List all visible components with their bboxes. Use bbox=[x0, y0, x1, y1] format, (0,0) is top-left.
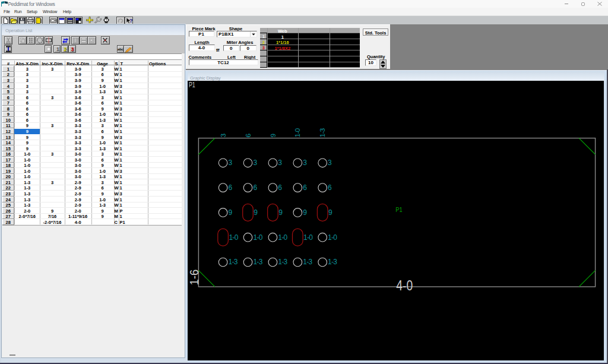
svg-text:1-0: 1-0 bbox=[278, 233, 287, 242]
svg-text:9: 9 bbox=[254, 208, 258, 217]
svg-text:4-0: 4-0 bbox=[396, 278, 413, 293]
svg-text:3: 3 bbox=[253, 159, 257, 167]
svg-text:9: 9 bbox=[328, 208, 332, 217]
svg-text:9: 9 bbox=[270, 134, 277, 137]
svg-text:2: 2 bbox=[64, 46, 66, 52]
svg-text:1-0: 1-0 bbox=[253, 233, 262, 242]
svg-text:6: 6 bbox=[245, 134, 252, 137]
svg-text:1-0: 1-0 bbox=[229, 233, 238, 242]
svg-text:1-3: 1-3 bbox=[278, 258, 287, 266]
svg-text:3: 3 bbox=[303, 159, 307, 167]
svg-text:6: 6 bbox=[253, 183, 257, 192]
svg-text:1-6: 1-6 bbox=[188, 270, 201, 286]
svg-text:3: 3 bbox=[328, 159, 332, 167]
svg-text:3: 3 bbox=[278, 159, 282, 167]
svg-text:1: 1 bbox=[56, 46, 59, 52]
svg-text:1-0: 1-0 bbox=[303, 233, 313, 242]
svg-text:9: 9 bbox=[303, 208, 307, 217]
svg-text:P1: P1 bbox=[189, 81, 195, 89]
svg-text:9: 9 bbox=[278, 208, 283, 217]
svg-text:1-3: 1-3 bbox=[253, 258, 262, 266]
svg-text:3: 3 bbox=[71, 46, 74, 52]
svg-text:1-0: 1-0 bbox=[294, 128, 302, 137]
svg-text:6: 6 bbox=[278, 183, 282, 192]
svg-text:1-3: 1-3 bbox=[328, 258, 337, 266]
svg-text:1-0: 1-0 bbox=[328, 233, 337, 242]
svg-text:?: ? bbox=[129, 17, 132, 24]
svg-text:1-3: 1-3 bbox=[319, 128, 326, 137]
svg-text:3: 3 bbox=[229, 159, 233, 167]
svg-text:9: 9 bbox=[229, 208, 233, 217]
svg-text:6: 6 bbox=[229, 183, 233, 192]
svg-text:1-3: 1-3 bbox=[229, 258, 238, 266]
svg-text:P1: P1 bbox=[395, 207, 403, 213]
svg-text:3: 3 bbox=[220, 134, 227, 137]
svg-text:1-3: 1-3 bbox=[303, 258, 312, 266]
svg-text:6: 6 bbox=[303, 183, 307, 192]
svg-text:6: 6 bbox=[328, 183, 332, 192]
